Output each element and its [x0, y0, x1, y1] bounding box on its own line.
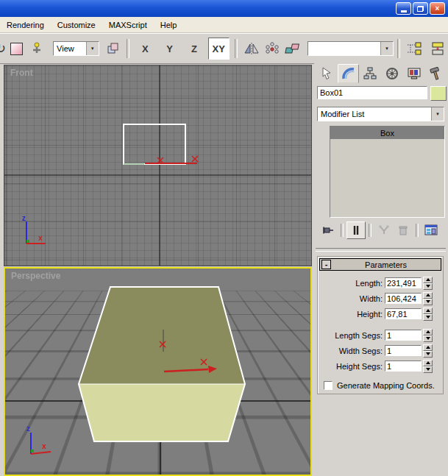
tab-modify[interactable] — [338, 64, 360, 83]
spinner-up-button[interactable] — [423, 360, 433, 366]
chevron-down-icon[interactable]: ▼ — [431, 107, 444, 121]
spinner-down-button[interactable] — [423, 335, 433, 342]
configure-modifier-sets-button[interactable] — [422, 221, 441, 239]
object-color-swatch[interactable] — [430, 86, 447, 101]
perspective-viewport[interactable]: Perspective z x — [4, 267, 312, 476]
spinner-up-button[interactable] — [423, 292, 433, 299]
menu-rendering[interactable]: Rendering — [0, 18, 51, 32]
spinner-down-button[interactable] — [423, 351, 433, 358]
named-selection-dropdown[interactable]: ▼ — [307, 41, 394, 56]
parameters-rollout: - Parameters Length: Width: Height: Leng… — [317, 256, 444, 394]
spinner-down-button[interactable] — [423, 299, 433, 305]
spinner-up-button[interactable] — [423, 277, 433, 283]
align-button[interactable] — [282, 38, 303, 60]
select-rotate-icon[interactable]: ↻ — [0, 40, 6, 57]
generate-mapping-coords-checkbox[interactable] — [324, 381, 333, 390]
svg-text:x: x — [42, 442, 46, 450]
close-button[interactable]: × — [430, 2, 445, 15]
tab-motion[interactable] — [381, 64, 403, 83]
select-scale-button[interactable] — [6, 38, 26, 60]
parameters-rollout-header[interactable]: - Parameters — [319, 258, 441, 271]
minimize-button[interactable] — [396, 2, 411, 15]
modifier-stack-list[interactable]: Box — [330, 126, 445, 218]
chevron-down-icon[interactable]: ▼ — [380, 42, 393, 55]
spinner-down-button[interactable] — [423, 283, 433, 290]
configure-modifier-sets-icon — [424, 224, 438, 237]
restore-button[interactable] — [413, 2, 428, 15]
remove-modifier-icon — [397, 224, 410, 237]
make-unique-button[interactable] — [374, 221, 394, 239]
mirror-icon — [243, 42, 260, 55]
tab-utilities[interactable] — [424, 64, 447, 83]
schematic-view-icon — [430, 41, 445, 56]
menu-help[interactable]: Help — [154, 18, 184, 32]
modify-icon — [341, 66, 356, 81]
object-name-field[interactable] — [317, 86, 427, 99]
show-end-result-icon — [351, 224, 361, 236]
motion-icon — [385, 66, 399, 81]
restrict-y-button[interactable]: Y — [159, 38, 180, 60]
array-button[interactable] — [262, 38, 282, 60]
modifier-stack-item-box[interactable]: Box — [330, 127, 444, 139]
width-segs-spinner — [423, 344, 433, 358]
modifier-list-dropdown[interactable]: Modifier List ▼ — [317, 107, 444, 121]
front-viewport[interactable]: Front z x — [4, 65, 312, 266]
restrict-x-button[interactable]: X — [135, 38, 156, 60]
height-label: Height: — [318, 310, 385, 319]
tab-create[interactable] — [316, 64, 338, 83]
main-toolbar: ↻ View ▼ X Y Z XY ▼ — [0, 33, 448, 64]
spinner-down-button[interactable] — [423, 314, 433, 321]
height-field[interactable] — [385, 308, 422, 319]
scale-icon — [10, 43, 23, 55]
tab-display[interactable] — [403, 64, 425, 83]
svg-text:z: z — [26, 425, 30, 433]
menu-customize[interactable]: Customize — [51, 18, 102, 32]
height-segs-field[interactable] — [385, 360, 422, 372]
length-spinner — [423, 277, 433, 290]
pin-stack-button[interactable] — [319, 221, 338, 239]
spinner-up-button[interactable] — [423, 308, 433, 314]
reference-coordinate-value: View — [54, 44, 86, 53]
perspective-viewport-scene: z x — [5, 269, 310, 475]
chevron-down-icon[interactable]: ▼ — [86, 42, 99, 55]
track-view-button[interactable] — [404, 38, 424, 60]
3ds-max-window: × Rendering Customize MAXScript Help ↻ V… — [0, 0, 448, 476]
show-end-result-button[interactable] — [346, 221, 366, 239]
width-row: Width: — [318, 291, 443, 306]
remove-modifier-button[interactable] — [394, 221, 413, 239]
transform-gizmo[interactable] — [124, 156, 198, 164]
use-pivot-center-button[interactable] — [102, 38, 123, 60]
generate-mapping-coords-row: Generate Mapping Coords. — [324, 381, 443, 390]
spinner-up-button[interactable] — [423, 329, 433, 335]
pin-icon — [321, 224, 335, 237]
length-segs-spinner — [423, 329, 433, 342]
menu-maxscript[interactable]: MAXScript — [102, 18, 154, 32]
perspective-viewport-label[interactable]: Perspective — [11, 271, 60, 281]
box-object[interactable] — [79, 287, 245, 441]
length-segs-field[interactable] — [385, 330, 422, 341]
spinner-up-button[interactable] — [423, 344, 433, 351]
restrict-z-button[interactable]: Z — [183, 38, 205, 60]
width-field[interactable] — [385, 293, 422, 304]
reference-coordinate-dropdown[interactable]: View ▼ — [53, 41, 99, 56]
front-viewport-label[interactable]: Front — [10, 68, 33, 78]
restrict-xy-plane-button[interactable]: XY — [208, 38, 230, 60]
select-manipulate-button[interactable] — [26, 38, 47, 60]
collapse-icon[interactable]: - — [321, 260, 331, 269]
tab-hierarchy[interactable] — [359, 64, 381, 83]
axis-tripod-icon: z x — [26, 425, 51, 454]
schematic-view-button[interactable] — [427, 38, 448, 60]
width-segs-row: Width Segs: — [318, 343, 443, 358]
width-segs-field[interactable] — [385, 345, 422, 356]
mirror-button[interactable] — [241, 38, 262, 60]
box-object-wireframe[interactable] — [124, 124, 185, 164]
modifier-stack-toolbar — [319, 221, 441, 240]
spinner-down-button[interactable] — [423, 366, 433, 373]
width-spinner — [423, 292, 433, 305]
align-icon — [285, 42, 301, 55]
axis-tripod-icon: z x — [22, 214, 46, 244]
length-field[interactable] — [385, 277, 422, 288]
minimize-icon — [401, 10, 407, 13]
height-spinner — [423, 308, 433, 321]
svg-text:x: x — [38, 234, 43, 242]
